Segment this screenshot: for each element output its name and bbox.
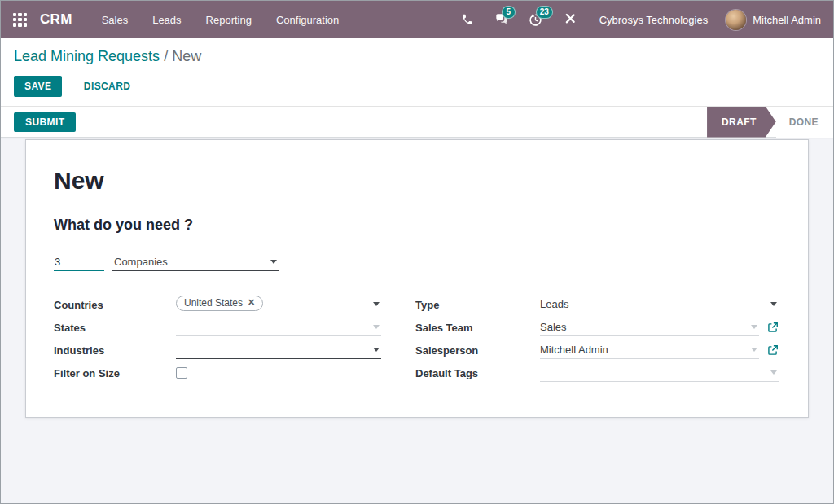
control-panel: Lead Mining Requests / New SAVE DISCARD <box>1 38 833 107</box>
breadcrumb-parent-link[interactable]: Lead Mining Requests <box>14 48 160 64</box>
form-statusbar: SUBMIT DRAFT DONE <box>1 107 833 138</box>
apps-grid-icon[interactable] <box>13 13 27 27</box>
default-tags-input[interactable] <box>540 364 779 382</box>
discard-button[interactable]: DISCARD <box>81 76 134 97</box>
filter-on-size-label: Filter on Size <box>54 367 176 379</box>
activities-icon[interactable]: 23 <box>528 11 544 28</box>
type-value: Leads <box>540 298 568 310</box>
question-heading: What do you need ? <box>54 217 780 234</box>
main-menu: Sales Leads Reporting Configuration <box>102 14 340 26</box>
app-title[interactable]: CRM <box>40 11 72 28</box>
countries-label: Countries <box>54 299 176 311</box>
field-filter-on-size: Filter on Size <box>54 362 381 384</box>
chevron-down-icon <box>751 348 757 352</box>
cp-buttons: SAVE DISCARD <box>14 76 820 97</box>
field-sales-team: Sales Team Sales <box>415 316 779 339</box>
filter-on-size-cell <box>176 364 381 382</box>
salesperson-label: Salesperson <box>415 344 540 357</box>
field-states: States <box>54 316 381 339</box>
default-tags-label: Default Tags <box>415 367 540 379</box>
messages-icon[interactable]: 5 <box>494 11 510 28</box>
form-sheet: New What do you need ? Companies Countri… <box>25 139 809 418</box>
chevron-down-icon <box>373 348 380 352</box>
submit-button[interactable]: SUBMIT <box>14 112 76 132</box>
top-navbar: CRM Sales Leads Reporting Configuration … <box>1 1 833 38</box>
countries-input[interactable]: United States ✕ <box>176 296 381 313</box>
activities-count-badge[interactable]: 23 <box>536 6 553 19</box>
company-switcher[interactable]: Cybrosys Technologies <box>599 14 708 26</box>
record-title: New <box>54 167 780 195</box>
tools-icon[interactable] <box>562 11 578 28</box>
fields-column-left: Countries United States ✕ States <box>54 293 381 384</box>
page-content: New What do you need ? Companies Countri… <box>1 138 833 503</box>
fields-column-right: Type Leads Sales Team Sales <box>415 293 779 384</box>
sales-team-input[interactable]: Sales <box>540 318 759 336</box>
chevron-down-icon <box>373 325 380 329</box>
phone-icon[interactable] <box>459 11 476 28</box>
prediction-row: Companies <box>54 254 780 271</box>
state-done[interactable]: DONE <box>776 107 833 138</box>
fields-grid: Countries United States ✕ States <box>54 293 780 384</box>
user-menu[interactable]: Mitchell Admin <box>726 10 821 30</box>
messages-count-badge[interactable]: 5 <box>502 6 516 19</box>
sales-team-value: Sales <box>540 321 567 333</box>
user-name: Mitchell Admin <box>753 14 821 26</box>
salesperson-input[interactable]: Mitchell Admin <box>540 341 759 359</box>
user-avatar <box>726 10 746 30</box>
chevron-down-icon <box>770 302 777 306</box>
industries-input[interactable] <box>176 341 381 359</box>
state-draft[interactable]: DRAFT <box>707 107 776 138</box>
field-type: Type Leads <box>415 293 779 316</box>
breadcrumb-current: New <box>172 48 201 64</box>
target-type-value: Companies <box>114 256 168 268</box>
type-select[interactable]: Leads <box>540 296 779 313</box>
sales-team-label: Sales Team <box>415 322 540 334</box>
field-countries: Countries United States ✕ <box>54 293 381 316</box>
lead-count-input[interactable] <box>54 254 104 271</box>
country-tag[interactable]: United States ✕ <box>176 296 263 311</box>
target-type-select[interactable]: Companies <box>112 254 279 271</box>
menu-leads[interactable]: Leads <box>152 14 181 26</box>
sales-team-external-link-icon[interactable] <box>767 322 779 333</box>
states-label: States <box>54 322 176 334</box>
chevron-down-icon <box>373 302 380 306</box>
states-input[interactable] <box>176 318 381 336</box>
statusbar-states: DRAFT DONE <box>707 107 833 138</box>
country-tag-label: United States <box>184 297 243 309</box>
menu-configuration[interactable]: Configuration <box>276 14 339 26</box>
field-default-tags: Default Tags <box>415 362 779 384</box>
type-label: Type <box>415 299 540 311</box>
menu-reporting[interactable]: Reporting <box>206 14 252 26</box>
app-window: CRM Sales Leads Reporting Configuration … <box>0 0 834 504</box>
save-button[interactable]: SAVE <box>14 76 62 97</box>
chevron-down-icon <box>270 260 277 264</box>
breadcrumb-separator: / <box>160 48 172 64</box>
field-salesperson: Salesperson Mitchell Admin <box>415 339 779 362</box>
filter-on-size-checkbox[interactable] <box>176 367 187 379</box>
menu-sales[interactable]: Sales <box>102 14 129 26</box>
chevron-down-icon <box>770 370 777 375</box>
field-industries: Industries <box>54 339 381 362</box>
chevron-down-icon <box>751 325 757 329</box>
industries-label: Industries <box>54 344 176 357</box>
salesperson-external-link-icon[interactable] <box>767 344 779 356</box>
breadcrumb: Lead Mining Requests / New <box>14 48 820 65</box>
salesperson-value: Mitchell Admin <box>540 344 608 356</box>
tag-remove-icon[interactable]: ✕ <box>248 297 255 308</box>
navbar-right: 5 23 Cybrosys Technologies Mitchell Admi… <box>459 10 821 30</box>
